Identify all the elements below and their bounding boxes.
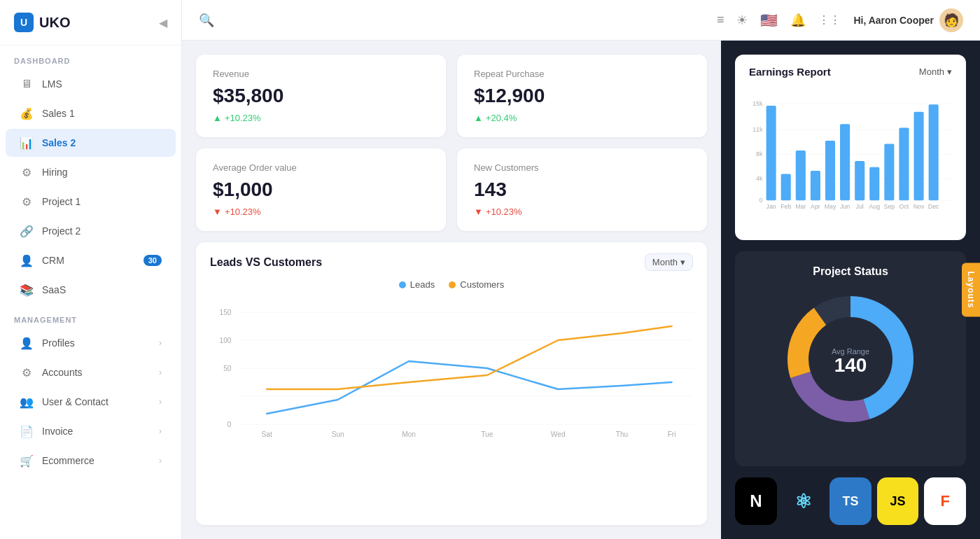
sidebar-item-user-contact[interactable]: 👥 User & Contact ›: [6, 388, 176, 416]
svg-text:Wed: Wed: [551, 430, 566, 438]
header-actions: ≡ ☀ 🇺🇸 🔔 ⋮⋮ Hi, Aaron Cooper 🧑: [717, 8, 963, 32]
customers-dot: [449, 281, 456, 288]
sidebar-item-label: CRM: [42, 255, 64, 266]
svg-text:Apr: Apr: [811, 203, 820, 210]
sidebar-item-profiles[interactable]: 👤 Profiles ›: [6, 329, 176, 357]
tech-icons-row: N ⚛ TS JS F: [735, 477, 966, 525]
header: 🔍 ≡ ☀ 🇺🇸 🔔 ⋮⋮ Hi, Aaron Cooper 🧑: [182, 0, 980, 41]
logo: U UKO: [14, 13, 70, 32]
svg-text:Aug: Aug: [869, 203, 880, 210]
donut-chart: Avg Range 140: [749, 289, 952, 429]
sidebar-item-label: Sales 1: [42, 108, 75, 119]
right-panel: Earnings Report Month ▾ 15k 11k 8k 4k 0: [721, 41, 980, 539]
svg-text:Jun: Jun: [840, 203, 850, 210]
sidebar-item-label: Invoice: [42, 426, 73, 437]
svg-text:Sat: Sat: [262, 430, 272, 438]
svg-rect-42: [884, 144, 894, 200]
stats-row-1: Revenue $35,800 ▲ +10.23% Repeat Purchas…: [196, 55, 707, 137]
sidebar-item-label: Profiles: [42, 337, 75, 349]
chevron-right-icon: ›: [159, 397, 162, 407]
svg-text:May: May: [825, 203, 836, 210]
sidebar-item-saas[interactable]: 📚 SaaS: [6, 276, 176, 304]
sidebar-item-lms[interactable]: 🖥 LMS: [6, 70, 176, 98]
stat-label: Revenue: [213, 69, 429, 79]
month-select[interactable]: Month ▾: [645, 253, 693, 271]
user-name: Hi, Aaron Cooper: [853, 15, 934, 26]
stat-label: New Customers: [474, 162, 690, 173]
project-status-card: Project Status Avg Range: [735, 251, 966, 466]
svg-text:Jul: Jul: [856, 203, 864, 210]
stat-change: ▼ +10.23%: [474, 206, 690, 217]
arrow-down-icon: ▼: [474, 206, 483, 217]
sidebar-item-label: Project 1: [42, 196, 80, 207]
sidebar: U UKO ◀ DASHBOARD 🖥 LMS 💰 Sales 1 📊 Sale…: [0, 0, 182, 539]
user-info[interactable]: Hi, Aaron Cooper 🧑: [853, 8, 963, 32]
content-area: Revenue $35,800 ▲ +10.23% Repeat Purchas…: [182, 41, 980, 539]
sidebar-item-invoice[interactable]: 📄 Invoice ›: [6, 417, 176, 445]
stat-label: Repeat Purchase: [474, 69, 690, 79]
collapse-button[interactable]: ◀: [159, 16, 167, 29]
chart-legend: Leads Customers: [210, 279, 693, 290]
notification-icon[interactable]: 🔔: [790, 13, 806, 28]
svg-text:50: 50: [223, 365, 232, 372]
svg-text:150: 150: [220, 309, 232, 316]
leads-chart-svg: 150 100 50 0 Sat Sun Mon Tue Wed Thu Fri: [210, 298, 693, 438]
svg-text:Mon: Mon: [402, 430, 416, 438]
management-section-label: MANAGEMENT: [0, 304, 181, 328]
sidebar-item-sales1[interactable]: 💰 Sales 1: [6, 99, 176, 127]
chevron-right-icon: ›: [159, 426, 162, 436]
stat-label: Average Order value: [213, 162, 429, 173]
layouts-button[interactable]: Layouts: [962, 262, 980, 316]
sidebar-item-project1[interactable]: ⚙ Project 1: [6, 188, 176, 216]
stat-change: ▲ +20.4%: [474, 113, 690, 123]
search-icon: 🔍: [199, 13, 214, 28]
sidebar-item-sales2[interactable]: 📊 Sales 2: [6, 129, 176, 157]
profiles-icon: 👤: [20, 336, 34, 350]
ecommerce-icon: 🛒: [20, 454, 34, 468]
flag-icon[interactable]: 🇺🇸: [760, 12, 778, 29]
stat-card-repeat-purchase: Repeat Purchase $12,900 ▲ +20.4%: [457, 55, 707, 137]
logo-text: UKO: [39, 15, 70, 31]
stat-value: $1,000: [213, 178, 429, 201]
search-box[interactable]: 🔍: [199, 13, 706, 28]
earnings-card: Earnings Report Month ▾ 15k 11k 8k 4k 0: [735, 55, 966, 240]
stat-change: ▲ +10.23%: [213, 113, 429, 123]
svg-text:Thu: Thu: [616, 430, 628, 438]
stat-value: $35,800: [213, 85, 429, 107]
sidebar-item-accounts[interactable]: ⚙ Accounts ›: [6, 358, 176, 386]
sidebar-item-project2[interactable]: 🔗 Project 2: [6, 217, 176, 245]
svg-rect-34: [825, 141, 835, 200]
svg-rect-48: [929, 104, 939, 200]
stat-change: ▼ +10.23%: [213, 206, 429, 217]
menu-icon[interactable]: ≡: [717, 13, 724, 27]
sales2-icon: 📊: [20, 136, 34, 150]
svg-rect-28: [781, 174, 791, 200]
leads-chart-card: Leads VS Customers Month ▾ Leads: [196, 242, 707, 525]
logo-icon: U: [14, 13, 34, 32]
chevron-down-icon: ▾: [680, 257, 685, 267]
sidebar-item-label: User & Contact: [42, 396, 108, 407]
leads-chart-header: Leads VS Customers Month ▾: [210, 253, 693, 271]
stats-row-2: Average Order value $1,000 ▼ +10.23% New…: [196, 148, 707, 231]
svg-text:Fri: Fri: [668, 430, 676, 438]
chevron-right-icon: ›: [159, 338, 162, 348]
svg-text:100: 100: [220, 337, 232, 344]
sidebar-item-label: Ecommerce: [42, 455, 94, 466]
svg-rect-44: [899, 128, 909, 201]
grid-icon[interactable]: ⋮⋮: [818, 13, 841, 27]
sidebar-item-label: SaaS: [42, 284, 66, 295]
legend-leads: Leads: [399, 279, 435, 290]
sidebar-item-crm[interactable]: 👤 CRM 30: [6, 246, 176, 274]
crm-icon: 👤: [20, 253, 34, 267]
donut-svg: Avg Range 140: [780, 289, 920, 429]
sidebar-item-label: Sales 2: [42, 137, 76, 148]
tech-icon-ts: TS: [830, 477, 872, 525]
theme-icon[interactable]: ☀: [736, 13, 748, 28]
svg-text:Sep: Sep: [884, 203, 895, 210]
tech-icon-figma: F: [924, 477, 966, 525]
earnings-period-select[interactable]: Month ▾: [919, 66, 952, 77]
svg-rect-38: [855, 161, 864, 200]
sidebar-item-hiring[interactable]: ⚙ Hiring: [6, 158, 176, 186]
legend-customers: Customers: [449, 279, 504, 290]
sidebar-item-ecommerce[interactable]: 🛒 Ecommerce ›: [6, 447, 176, 475]
